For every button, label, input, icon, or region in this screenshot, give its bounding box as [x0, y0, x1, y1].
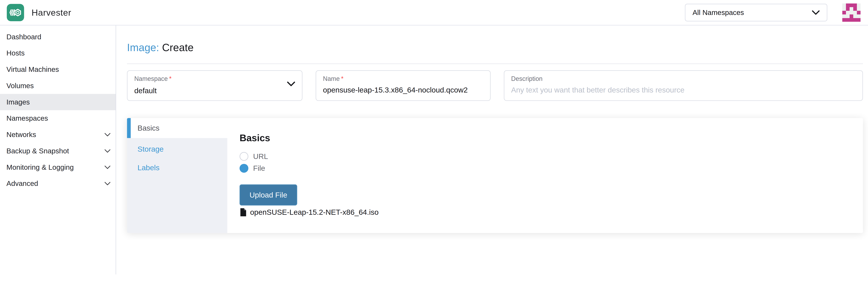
app-title: Harvester: [32, 7, 71, 18]
page-title: Image: Create: [127, 42, 863, 53]
name-input[interactable]: [323, 86, 483, 94]
description-field: Description: [504, 70, 863, 101]
create-image-card: Basics Storage Labels Basics: [127, 118, 863, 233]
chevron-down-icon: [287, 81, 295, 86]
sidebar-item-dashboard[interactable]: Dashboard: [0, 29, 116, 45]
file-document-icon: [240, 208, 246, 217]
sidebar-item-virtual-machines[interactable]: Virtual Machines: [0, 61, 116, 78]
namespace-label: Namespace*: [134, 75, 295, 82]
sidebar-item-advanced[interactable]: Advanced: [0, 175, 116, 192]
namespace-filter-value: All Namespaces: [692, 8, 812, 17]
name-field: Name*: [316, 70, 491, 101]
basics-panel: Basics URL File Upload File: [227, 118, 863, 233]
tab-column: Basics Storage Labels: [127, 118, 227, 233]
uploaded-file-row: openSUSE-Leap-15.2-NET-x86_64.iso: [240, 208, 856, 217]
chevron-down-icon: [104, 182, 111, 185]
page-title-action: Create: [162, 41, 193, 53]
sidebar-item-monitoring-logging[interactable]: Monitoring & Logging: [0, 159, 116, 175]
radio-unchecked-icon: [240, 152, 248, 161]
chevron-down-icon: [104, 165, 111, 169]
sidebar-item-namespaces[interactable]: Namespaces: [0, 110, 116, 127]
namespace-value: default: [134, 86, 295, 95]
top-header: Harvester All Namespaces: [0, 0, 868, 25]
upload-file-button[interactable]: Upload File: [240, 185, 297, 205]
main-content: Image: Create Namespace* default Name*: [116, 25, 868, 274]
metadata-form-row: Namespace* default Name* Description: [127, 70, 863, 101]
page-title-resource: Image:: [127, 41, 159, 53]
sidebar-item-networks[interactable]: Networks: [0, 127, 116, 143]
title-divider: [127, 63, 863, 64]
radio-option-url[interactable]: URL: [240, 152, 856, 161]
required-asterisk: *: [341, 75, 344, 82]
radio-option-file[interactable]: File: [240, 164, 856, 173]
namespace-filter-dropdown[interactable]: All Namespaces: [685, 4, 827, 21]
sidebar-item-volumes[interactable]: Volumes: [0, 78, 116, 94]
tab-basics[interactable]: Basics: [127, 118, 227, 138]
chevron-down-icon: [104, 133, 111, 137]
harvester-logo-icon: [7, 4, 24, 21]
namespace-select[interactable]: Namespace* default: [127, 70, 302, 101]
sidebar-item-hosts[interactable]: Hosts: [0, 45, 116, 61]
user-avatar-identicon[interactable]: [842, 3, 861, 22]
tab-storage[interactable]: Storage: [127, 140, 227, 159]
required-asterisk: *: [169, 75, 172, 82]
sidebar-item-backup-snapshot[interactable]: Backup & Snapshot: [0, 143, 116, 159]
sidebar: Dashboard Hosts Virtual Machines Volumes…: [0, 25, 116, 274]
chevron-down-icon: [104, 149, 111, 153]
uploaded-file-name: openSUSE-Leap-15.2-NET-x86_64.iso: [250, 208, 378, 217]
description-input[interactable]: [511, 86, 856, 94]
radio-checked-icon: [240, 164, 248, 173]
brand-home-link[interactable]: Harvester: [7, 4, 71, 21]
chevron-down-icon: [812, 10, 820, 15]
panel-heading: Basics: [240, 133, 856, 143]
harvester-app: Harvester All Namespaces: [0, 0, 868, 274]
name-label: Name*: [323, 75, 483, 82]
tab-labels[interactable]: Labels: [127, 159, 227, 177]
sidebar-item-images[interactable]: Images: [0, 94, 116, 110]
tab-list-rest: Storage Labels: [127, 138, 227, 233]
description-label: Description: [511, 75, 856, 82]
